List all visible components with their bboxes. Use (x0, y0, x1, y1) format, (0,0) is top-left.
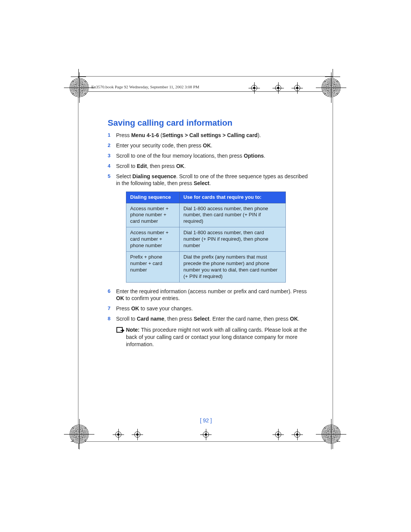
note-icon (116, 326, 126, 348)
step-item: 1Press Menu 4-1-6 (Settings > Call setti… (108, 132, 309, 139)
step-item: 5Select Dialing sequence. Scroll to one … (108, 173, 309, 187)
step-item: 8Scroll to Card name, then press Select.… (108, 315, 309, 323)
registration-mark-icon (70, 78, 89, 97)
step-text: Enter the required information (access n… (116, 288, 309, 302)
step-number: 4 (108, 163, 116, 170)
step-number: 6 (108, 288, 116, 302)
table-cell: Dial 1-800 access number, then card numb… (180, 227, 286, 252)
step-list: 6Enter the required information (access … (108, 288, 309, 323)
step-item: 7Press OK to save your changes. (108, 305, 309, 312)
registration-mark-icon (202, 430, 210, 439)
note-text: Note: This procedure might not work with… (126, 326, 309, 348)
step-item: 2Enter your security code, then press OK… (108, 142, 309, 149)
step-item: 4Scroll to Edit, then press OK. (108, 163, 309, 170)
step-item: 3Scroll to one of the four memory locati… (108, 152, 309, 160)
step-list: 1Press Menu 4-1-6 (Settings > Call setti… (108, 132, 309, 187)
registration-mark-icon (293, 430, 301, 439)
step-text: Scroll to Card name, then press Select. … (116, 315, 299, 323)
table-row: Prefix + phone number + card numberDial … (126, 251, 286, 282)
registration-mark-icon (70, 425, 89, 444)
step-number: 7 (108, 305, 116, 312)
step-item: 6Enter the required information (access … (108, 288, 309, 302)
svg-rect-0 (117, 328, 123, 332)
page-number: [ 92 ] (78, 417, 333, 423)
step-text: Scroll to Edit, then press OK. (116, 163, 186, 170)
step-text: Enter your security code, then press OK. (116, 142, 212, 149)
registration-mark-icon (322, 78, 341, 97)
step-text: Press OK to save your changes. (116, 305, 193, 312)
step-number: 2 (108, 142, 116, 149)
table-cell: Access number + card number + phone numb… (126, 227, 180, 252)
registration-mark-icon (114, 430, 123, 439)
section-title: Saving calling card information (108, 118, 309, 128)
note-block: Note: This procedure might not work with… (116, 326, 309, 348)
registration-mark-icon (322, 425, 341, 444)
step-text: Press Menu 4-1-6 (Settings > Call settin… (116, 132, 261, 139)
table-cell: Access number + phone number + card numb… (126, 203, 180, 227)
page-content: Saving calling card information 1Press M… (108, 118, 309, 348)
registration-mark-icon (293, 84, 301, 92)
registration-mark-icon (133, 430, 142, 439)
table-cell: Dial the prefix (any numbers that must p… (180, 251, 286, 282)
table-row: Access number + card number + phone numb… (126, 227, 286, 252)
step-number: 5 (108, 173, 116, 187)
table-header: Dialing sequence (126, 192, 180, 203)
dialing-sequence-table: Dialing sequence Use for cards that requ… (126, 192, 286, 282)
table-cell: Prefix + phone number + card number (126, 251, 180, 282)
table-header: Use for cards that require you to: (180, 192, 286, 203)
registration-mark-icon (274, 84, 282, 92)
step-number: 8 (108, 315, 116, 323)
registration-mark-icon (274, 430, 282, 439)
step-text: Select Dialing sequence. Scroll to one o… (116, 173, 309, 187)
step-number: 1 (108, 132, 116, 139)
step-text: Scroll to one of the four memory locatio… (116, 152, 265, 160)
registration-mark-icon (250, 84, 258, 92)
step-number: 3 (108, 152, 116, 160)
table-cell: Dial 1-800 access number, then phone num… (180, 203, 286, 227)
table-row: Access number + phone number + card numb… (126, 203, 286, 227)
